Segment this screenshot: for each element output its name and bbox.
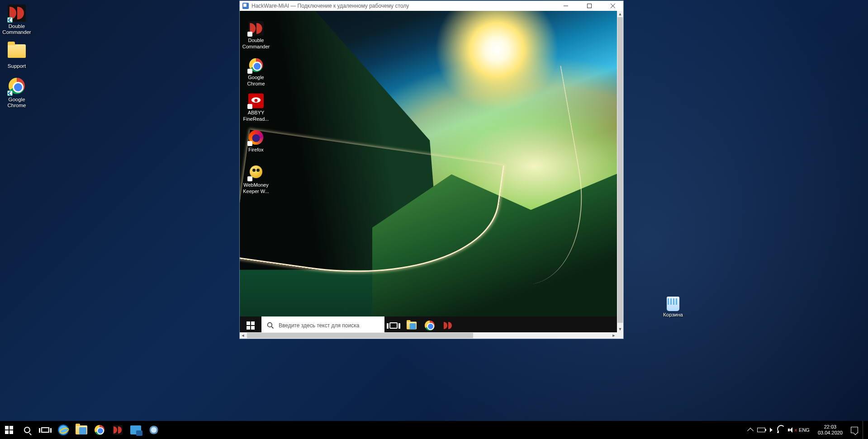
remote-taskbar: Введите здесь текст для поиска — [240, 316, 618, 335]
title-bar[interactable]: HackWare-MiAl — Подключение к удаленному… — [240, 1, 623, 11]
windows-logo-icon — [5, 426, 13, 434]
start-button[interactable] — [0, 421, 18, 439]
speaker-muted-icon: x — [788, 427, 794, 433]
remote-taskbar-chrome[interactable] — [421, 316, 439, 335]
remote-icon-label: Google Chrome — [247, 75, 265, 86]
scrollbar-thumb[interactable] — [247, 333, 473, 338]
double-commander-icon — [113, 425, 123, 435]
taskbar-chrome[interactable] — [90, 421, 109, 439]
remote-task-view-button[interactable] — [384, 316, 403, 335]
svg-point-1 — [268, 323, 272, 327]
maximize-button[interactable] — [579, 1, 600, 11]
tray-battery[interactable] — [757, 428, 765, 432]
webmoney-icon — [247, 165, 265, 181]
remote-taskbar-double-commander[interactable] — [439, 316, 457, 335]
abbyy-icon — [247, 92, 265, 109]
remote-icon-firefox[interactable]: Firefox — [240, 128, 272, 153]
chrome-icon — [247, 57, 265, 73]
remote-taskbar-explorer[interactable] — [403, 316, 421, 335]
notification-icon — [851, 427, 858, 433]
tray-volume[interactable]: x — [788, 427, 794, 433]
rdp-icon — [130, 425, 141, 434]
chrome-icon — [425, 321, 435, 330]
remote-icon-label: WebMoney Keeper W... — [243, 182, 269, 194]
remote-icon-label: Double Commander — [242, 38, 270, 49]
desktop-icon-chrome[interactable]: Google Chrome — [0, 77, 33, 109]
desktop-icon-recycle-bin[interactable]: Корзина — [656, 293, 690, 318]
folder-icon — [6, 44, 28, 62]
search-icon — [24, 427, 30, 433]
remote-icon-abbyy[interactable]: ABBYY FineRead... — [240, 92, 272, 122]
scrollbar-thumb[interactable] — [617, 17, 623, 322]
rdp-viewport: Double Commander Google Chrome ABBYY Fin… — [240, 11, 623, 339]
remote-search-placeholder: Введите здесь текст для поиска — [279, 322, 359, 329]
desktop-icon-label: Корзина — [656, 312, 690, 318]
taskbar-settings-app[interactable] — [145, 421, 163, 439]
tray-language[interactable]: ENG — [799, 427, 810, 433]
search-icon — [267, 322, 274, 329]
rdp-window[interactable]: HackWare-MiAl — Подключение к удаленному… — [239, 0, 624, 339]
rdp-app-icon — [242, 3, 249, 9]
tray-date: 03.04.2020 — [818, 430, 843, 436]
network-icon — [777, 427, 783, 433]
scroll-left-arrow[interactable]: ◄ — [240, 332, 246, 339]
task-view-icon — [41, 427, 49, 433]
power-plug-icon — [770, 428, 773, 432]
file-explorer-icon — [407, 322, 417, 330]
taskbar-rdp[interactable] — [127, 421, 145, 439]
remote-search-box[interactable]: Введите здесь текст для поиска — [261, 316, 384, 335]
window-title: HackWare-MiAl — Подключение к удаленному… — [251, 3, 409, 9]
task-view-icon — [389, 322, 398, 329]
remote-icon-label: Firefox — [248, 147, 264, 152]
scroll-right-arrow[interactable]: ► — [611, 332, 617, 339]
double-commander-icon — [443, 321, 453, 330]
tray-action-center[interactable] — [851, 427, 858, 433]
svg-rect-0 — [588, 4, 592, 8]
remote-icon-label: ABBYY FineRead... — [243, 110, 269, 122]
show-desktop-button[interactable] — [863, 421, 865, 439]
desktop-icon-label: Support — [0, 63, 33, 69]
remote-icon-chrome[interactable]: Google Chrome — [240, 56, 272, 87]
scroll-up-arrow[interactable]: ▲ — [617, 11, 623, 17]
tray-network[interactable] — [777, 427, 783, 433]
scroll-down-arrow[interactable]: ▼ — [617, 326, 623, 332]
double-commander-icon — [6, 5, 28, 23]
chevron-up-icon — [747, 428, 754, 434]
remote-start-button[interactable] — [240, 316, 261, 335]
close-button[interactable] — [602, 1, 623, 11]
firefox-icon — [247, 129, 265, 146]
recycle-bin-icon — [662, 293, 684, 311]
desktop-icon-label: Google Chrome — [0, 97, 33, 109]
chrome-icon — [95, 425, 104, 435]
remote-icon-webmoney[interactable]: WebMoney Keeper W... — [240, 165, 272, 194]
battery-icon — [757, 428, 765, 432]
taskbar-ie[interactable] — [54, 421, 72, 439]
internet-explorer-icon — [58, 425, 69, 435]
horizontal-scrollbar[interactable]: ◄ ► — [240, 332, 617, 339]
chrome-icon — [6, 78, 28, 96]
gear-icon — [149, 425, 159, 435]
system-tray: x ENG 22:03 03.04.2020 — [745, 421, 868, 439]
remote-desktop[interactable]: Double Commander Google Chrome ABBYY Fin… — [240, 11, 618, 335]
desktop-icon-label: Double Commander — [0, 24, 33, 35]
double-commander-icon — [247, 20, 265, 36]
tray-clock[interactable]: 22:03 03.04.2020 — [814, 424, 846, 436]
tray-time: 22:03 — [818, 424, 843, 430]
minimize-button[interactable] — [555, 1, 576, 11]
file-explorer-icon — [76, 425, 87, 434]
tray-power[interactable] — [770, 428, 773, 432]
desktop-icon-double-commander[interactable]: Double Commander — [0, 5, 33, 35]
desktop-icon-support[interactable]: Support — [0, 42, 33, 69]
taskbar-file-explorer[interactable] — [72, 421, 90, 439]
task-view-button[interactable] — [36, 421, 54, 439]
scrollbar-corner — [617, 332, 623, 339]
search-button[interactable] — [18, 421, 36, 439]
host-taskbar: x ENG 22:03 03.04.2020 — [0, 421, 868, 439]
windows-logo-icon — [247, 321, 255, 330]
remote-icon-double-commander[interactable]: Double Commander — [240, 20, 272, 50]
tray-overflow-button[interactable] — [748, 427, 753, 433]
vertical-scrollbar[interactable]: ▲ ▼ — [617, 11, 623, 332]
taskbar-double-commander[interactable] — [109, 421, 127, 439]
